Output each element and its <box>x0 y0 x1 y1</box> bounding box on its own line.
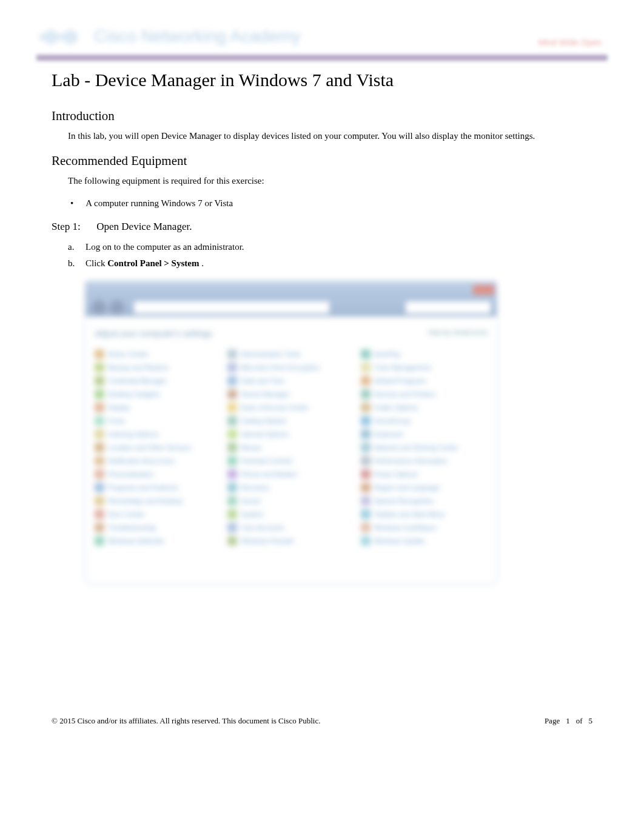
cp-item-label: Ease of Access Center <box>241 404 308 411</box>
footer-page-info: Page 1 of 5 <box>545 716 592 726</box>
cp-item: Performance Information <box>361 456 488 466</box>
cp-item-icon <box>95 536 104 546</box>
cp-item: Power Options <box>361 469 488 479</box>
footer-page-total: 5 <box>589 716 593 726</box>
step-1-title: Open Device Manager. <box>96 221 192 232</box>
cp-item-label: Fonts <box>108 417 125 424</box>
cp-item: Folder Options <box>361 403 488 412</box>
cp-item-label: Keyboard <box>374 431 403 438</box>
cp-item-icon <box>361 483 371 492</box>
cp-item-label: Recovery <box>241 484 269 491</box>
document-content: Lab - Device Manager in Windows 7 and Vi… <box>30 70 614 584</box>
cp-item-label: Sync Center <box>108 511 145 518</box>
cp-item-label: Network and Sharing Center <box>374 444 458 451</box>
cp-item: Phone and Modem <box>227 469 354 479</box>
cp-item-label: Programs and Features <box>108 484 178 491</box>
cp-heading-text: Adjust your computer's settings <box>95 329 212 338</box>
cp-item-icon <box>227 349 237 359</box>
cp-item-icon <box>361 363 371 372</box>
cp-item: Keyboard <box>361 429 488 439</box>
cp-item-label: User Accounts <box>241 524 284 531</box>
step-1-heading: Step 1: Open Device Manager. <box>52 221 592 233</box>
cp-item: AutoPlay <box>361 349 488 359</box>
cp-item-label: Getting Started <box>241 417 286 424</box>
cp-item: Default Programs <box>361 376 488 386</box>
cp-item-icon <box>361 496 371 506</box>
cp-item: Taskbar and Start Menu <box>361 509 488 519</box>
cp-item: Programs and Features <box>95 483 221 492</box>
cp-item: Date and Time <box>227 376 354 386</box>
cp-item-label: Device Manager <box>241 391 289 398</box>
cp-item-label: Credential Manager <box>108 377 167 384</box>
cp-item: Recovery <box>227 483 354 492</box>
cp-item: Windows CardSpace <box>361 523 488 532</box>
cp-item: Region and Language <box>361 483 488 492</box>
cp-item: Devices and Printers <box>361 389 488 399</box>
cp-item-label: Personalization <box>108 471 153 478</box>
cp-item-icon <box>361 443 371 452</box>
cp-item-icon <box>361 389 371 399</box>
header-divider-bar <box>36 55 608 61</box>
cp-item-label: HomeGroup <box>374 417 411 424</box>
search-box <box>406 301 491 314</box>
cp-item-icon <box>227 523 237 532</box>
cp-item: Indexing Options <box>95 429 221 439</box>
step-1-label: Step 1: <box>52 221 94 233</box>
cp-item-icon <box>95 376 104 386</box>
cp-items-grid: Action CenterAdministrative ToolsAutoPla… <box>95 349 488 546</box>
cp-item-label: Internet Options <box>241 431 288 438</box>
cp-item: Location and Other Sensors <box>95 443 221 452</box>
cp-item-icon <box>95 349 104 359</box>
cp-item-icon <box>227 403 237 412</box>
cp-item-label: BitLocker Drive Encryption <box>241 364 320 371</box>
bullet-text: A computer running Windows 7 or Vista <box>86 198 233 209</box>
substep-b-letter: b. <box>68 258 76 269</box>
substep-b-bold: Control Panel > System <box>107 258 199 268</box>
equipment-paragraph: The following equipment is required for … <box>68 175 592 187</box>
page-footer: © 2015 Cisco and/or its affiliates. All … <box>52 716 592 726</box>
cp-item-icon <box>95 389 104 399</box>
cp-item-label: Indexing Options <box>108 431 158 438</box>
cp-item-icon <box>95 523 104 532</box>
cp-item-label: Folder Options <box>374 404 418 411</box>
cp-item: Windows Firewall <box>227 536 354 546</box>
cp-item-label: Power Options <box>374 471 418 478</box>
cp-item: Notification Area Icons <box>95 456 221 466</box>
cp-item: Windows Update <box>361 536 488 546</box>
control-panel-screenshot: Adjust your computer's settings View by … <box>85 281 497 584</box>
cp-item-label: Action Center <box>108 350 149 358</box>
cp-item-label: Location and Other Sensors <box>108 444 191 451</box>
cp-view-by: View by Small Icons <box>428 329 488 338</box>
cp-item-label: Windows Update <box>374 537 424 545</box>
back-button-icon <box>92 300 106 315</box>
substep-a-text: Log on to the computer as an administrat… <box>86 242 244 252</box>
cp-item-icon <box>227 429 237 439</box>
document-title: Lab - Device Manager in Windows 7 and Vi… <box>52 70 592 90</box>
cp-item-icon <box>95 443 104 452</box>
cp-item: Sync Center <box>95 509 221 519</box>
intro-paragraph: In this lab, you will open Device Manage… <box>68 130 592 143</box>
cp-item-label: RemoteApp and Desktop <box>108 497 183 505</box>
header-tagline: Mind Wide Open <box>538 38 602 47</box>
cp-navbar <box>86 298 497 317</box>
cp-item-icon <box>227 496 237 506</box>
cp-item: Speech Recognition <box>361 496 488 506</box>
cp-item-label: Desktop Gadgets <box>108 391 159 398</box>
cp-item-label: Speech Recognition <box>374 497 434 505</box>
cp-heading-row: Adjust your computer's settings View by … <box>95 329 488 338</box>
substep-a-letter: a. <box>68 242 76 252</box>
cp-item-icon <box>95 429 104 439</box>
equipment-heading: Recommended Equipment <box>52 153 592 169</box>
equipment-list: • A computer running Windows 7 or Vista <box>68 198 592 209</box>
cp-item-icon <box>227 456 237 466</box>
cp-item-icon <box>227 536 237 546</box>
cp-item-icon <box>361 416 371 426</box>
cp-item: Personalization <box>95 469 221 479</box>
cp-item-label: Notification Area Icons <box>108 457 174 464</box>
cp-item-label: Mouse <box>241 444 261 451</box>
cp-item-icon <box>361 376 371 386</box>
cp-item-label: Region and Language <box>374 484 440 491</box>
close-icon <box>473 285 494 295</box>
cisco-logo-icon <box>36 24 82 49</box>
footer-page-num: 1 <box>566 716 570 726</box>
